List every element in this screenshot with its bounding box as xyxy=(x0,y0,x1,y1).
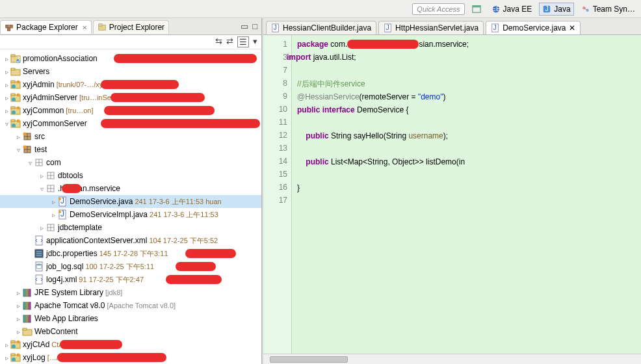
twist-icon[interactable]: ▹ xyxy=(38,224,46,231)
tree-icon xyxy=(10,118,21,129)
tree-item[interactable]: ▹Web App Libraries xyxy=(0,312,261,325)
twist-icon[interactable]: ▹ xyxy=(3,107,10,114)
minimize-icon[interactable]: ▭ xyxy=(241,21,248,31)
scrollbar-thumb[interactable] xyxy=(270,356,348,363)
tree-item[interactable]: ▹Apache Tomcat v8.0[Apache Tomcat v8.0] xyxy=(0,299,261,312)
twist-icon[interactable]: ▹ xyxy=(14,328,22,335)
twist-icon[interactable]: ▿ xyxy=(3,120,10,127)
twist-icon[interactable]: ▿ xyxy=(26,159,34,166)
code-area[interactable]: package com.sian.mservice; ⊕import java.… xyxy=(292,35,641,354)
tree-label: jdbc.properties xyxy=(46,249,98,258)
svg-rect-54 xyxy=(23,289,25,296)
tree-item[interactable]: ▹JRE System Library[jdk8] xyxy=(0,286,261,299)
svg-text:J: J xyxy=(274,23,277,31)
tree-decoration: 241 17-3-6 上午11:53 xyxy=(150,210,218,220)
tree-icon xyxy=(10,79,21,90)
svg-rect-60 xyxy=(23,315,25,322)
tree-item[interactable]: ▿.hessian.mservice xyxy=(0,182,261,195)
twist-icon[interactable]: ▹ xyxy=(3,341,10,348)
tree-item[interactable]: ▿test xyxy=(0,143,261,156)
tree-icon xyxy=(34,157,44,168)
tree-label: xyjAdmin xyxy=(23,80,55,89)
tree-label: Apache Tomcat v8.0 xyxy=(34,301,105,310)
editor-tab-2[interactable]: J HttpHessianServlet.java xyxy=(378,21,484,34)
tab-project-explorer[interactable]: Project Explorer xyxy=(93,20,169,34)
show-perspective-icon[interactable] xyxy=(469,3,484,16)
tree-item[interactable]: ▹xyjAdminServer[tru…inServer] xyxy=(0,91,261,104)
twist-icon[interactable]: ▹ xyxy=(3,354,10,361)
tree-item[interactable]: ▹src xyxy=(0,130,261,143)
persp-java[interactable]: J Java xyxy=(539,3,573,16)
tree-icon: J xyxy=(57,209,68,220)
window-icon xyxy=(472,5,481,14)
tree-item[interactable]: ▹JDemoServiceImpl.java241 17-3-6 上午11:53 xyxy=(0,208,261,221)
editor-tab-3[interactable]: J DemoService.java ✕ xyxy=(486,21,580,34)
link-editor-icon[interactable]: ⇄ xyxy=(226,36,233,47)
twist-icon[interactable]: ▹ xyxy=(38,172,46,179)
tree-label: xyjCtAd xyxy=(23,340,49,349)
tab-package-explorer[interactable]: Package Explorer ✕ xyxy=(0,20,92,34)
editor-tab-1[interactable]: J HessianClientBuilder.java xyxy=(266,21,376,34)
close-icon[interactable]: ✕ xyxy=(82,24,87,31)
svg-text:J: J xyxy=(16,55,20,64)
tree-label: jdbctemplate xyxy=(58,223,102,232)
tree-item[interactable]: ▹JDemoService.java241 17-3-6 上午11:53 hua… xyxy=(0,195,261,208)
twist-icon[interactable]: ▹ xyxy=(49,198,57,205)
focus-icon[interactable]: ☰ xyxy=(237,36,249,47)
tree-item[interactable]: ▹Servers xyxy=(0,65,261,78)
code-editor[interactable]: 137891011121314151617 package com.sian.m… xyxy=(263,35,641,354)
collapse-all-icon[interactable]: ⇆ xyxy=(215,36,222,47)
twist-icon[interactable]: ▹ xyxy=(14,133,22,140)
tree-icon xyxy=(10,66,21,77)
persp-javaee[interactable]: EE Java EE xyxy=(488,3,536,16)
tree-decoration: 241 17-3-6 上午11:53 huan xyxy=(135,197,221,207)
tree-item[interactable]: ▿com xyxy=(0,156,261,169)
tree-item[interactable]: ▹xyjCommon[tru…on] xyxy=(0,104,261,117)
twist-icon[interactable]: ▿ xyxy=(38,185,46,192)
twist-icon[interactable]: ▹ xyxy=(3,81,10,88)
view-toolbar: ▭ □ xyxy=(241,21,261,31)
tree-icon xyxy=(10,339,21,350)
svg-point-26 xyxy=(17,94,20,97)
tree-item[interactable]: ▿xyjCommonServer xyxy=(0,117,261,130)
editor-tab-3-label: DemoService.java xyxy=(503,23,566,32)
tree-item[interactable]: log4j.xml91 17-2-25 下午2:47 xyxy=(0,273,261,286)
tree-decoration: [jdk8] xyxy=(105,289,122,296)
twist-icon[interactable]: ▹ xyxy=(3,55,10,62)
teamsync-icon xyxy=(581,5,590,14)
persp-teamsync[interactable]: Team Syn… xyxy=(578,3,638,16)
tree-item[interactable]: ▹xyjLog[…/01-common/01-src/…Log] xyxy=(0,351,261,364)
twist-icon[interactable]: ▹ xyxy=(3,68,10,75)
tree-item[interactable]: ▹xyjCtAdCtAd/xyjCtAd] xyxy=(0,338,261,351)
tree-item[interactable]: ▹jdbctemplate xyxy=(0,221,261,234)
twist-icon[interactable]: ▹ xyxy=(49,211,57,218)
twist-icon[interactable]: ▿ xyxy=(14,146,22,153)
close-icon[interactable]: ✕ xyxy=(569,23,575,32)
twist-icon[interactable]: ▹ xyxy=(3,94,10,101)
tree-decoration: [tru…on] xyxy=(66,107,93,114)
tree-item[interactable]: job_log.sql100 17-2-25 下午5:11 xyxy=(0,260,261,273)
svg-rect-56 xyxy=(29,289,31,296)
svg-rect-1 xyxy=(472,5,480,7)
quick-access[interactable]: Quick Access xyxy=(412,3,464,15)
twist-icon[interactable]: ▹ xyxy=(14,302,22,309)
tree-icon xyxy=(22,300,33,311)
view-menu-icon[interactable]: ▾ xyxy=(253,36,257,47)
java-icon: J xyxy=(542,5,551,14)
tree-icon xyxy=(22,287,33,298)
svg-rect-12 xyxy=(98,24,101,27)
svg-rect-53 xyxy=(36,275,42,284)
maximize-icon[interactable]: □ xyxy=(252,21,257,31)
tree-item[interactable]: ▹JpromotionAssociation xyxy=(0,52,261,65)
package-tree[interactable]: ▹JpromotionAssociation▹Servers▹xyjAdmin[… xyxy=(0,49,261,364)
twist-icon[interactable]: ▹ xyxy=(14,315,22,322)
tree-item[interactable]: jdbc.properties145 17-2-28 下午3:11 xyxy=(0,247,261,260)
tree-item[interactable]: applicationContextServer.xml104 17-2-25 … xyxy=(0,234,261,247)
tree-item[interactable]: ▹xyjAdmin[trunk/0?-…/xyjAdmin] xyxy=(0,78,261,91)
tree-item[interactable]: ▹WebContent xyxy=(0,325,261,338)
tree-item[interactable]: ▹dbtools xyxy=(0,169,261,182)
persp-javaee-label: Java EE xyxy=(503,5,532,14)
twist-icon[interactable]: ▹ xyxy=(14,289,22,296)
horizontal-scrollbar[interactable] xyxy=(263,354,641,364)
java-file-icon: J xyxy=(271,23,280,32)
